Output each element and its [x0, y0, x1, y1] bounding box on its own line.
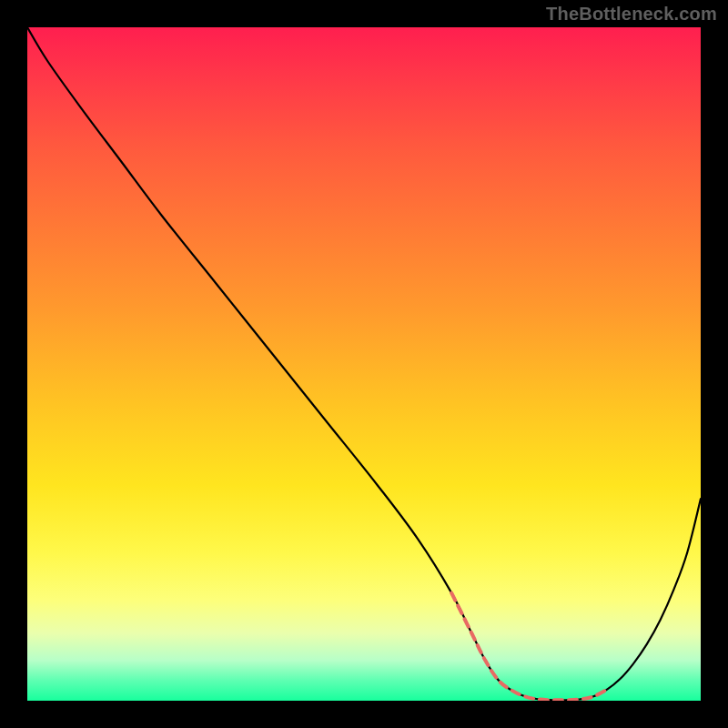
watermark-text: TheBottleneck.com — [546, 4, 717, 25]
optimal-zone-dash-path — [451, 593, 606, 701]
bottleneck-curve — [27, 27, 701, 700]
plot-area — [27, 27, 701, 701]
chart-frame: TheBottleneck.com — [0, 0, 728, 728]
optimal-zone-dashes — [451, 593, 606, 701]
curve-layer — [27, 27, 701, 701]
